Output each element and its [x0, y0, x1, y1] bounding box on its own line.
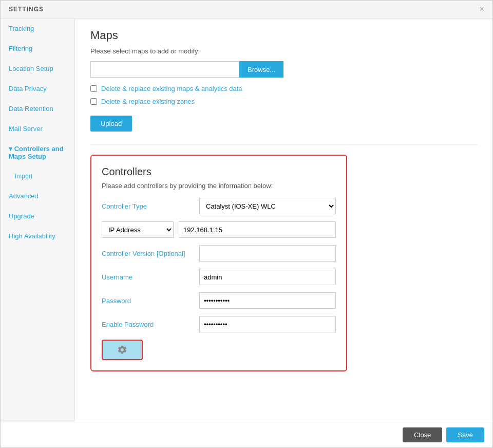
controller-type-row: Controller Type Catalyst (IOS-XE) WLC Ci…	[102, 198, 336, 214]
enable-password-label: Enable Password	[102, 321, 199, 328]
sidebar: Tracking Filtering Location Setup Data P…	[1, 18, 75, 422]
delete-maps-label[interactable]: Delete & replace existing maps & analyti…	[101, 85, 242, 92]
ip-type-select[interactable]: IP Address Hostname	[102, 221, 174, 238]
modal-body: Tracking Filtering Location Setup Data P…	[1, 18, 492, 422]
password-row: Password	[102, 292, 336, 309]
delete-maps-checkbox[interactable]	[90, 85, 97, 92]
sidebar-item-upgrade[interactable]: Upgrade	[1, 206, 74, 226]
main-content: Maps Please select maps to add or modify…	[75, 18, 492, 422]
controller-version-row: Controller Version [Optional]	[102, 245, 336, 262]
upload-button[interactable]: Upload	[90, 116, 132, 132]
settings-modal: SETTINGS × Tracking Filtering Location S…	[0, 0, 493, 448]
sidebar-item-data-retention[interactable]: Data Retention	[1, 99, 74, 119]
modal-title: SETTINGS	[9, 6, 44, 13]
action-btn-row	[102, 340, 336, 360]
controllers-title: Controllers	[102, 166, 336, 178]
modal-close-button[interactable]: ×	[480, 5, 484, 14]
enable-password-row: Enable Password	[102, 316, 336, 332]
maps-description: Please select maps to add or modify:	[90, 47, 477, 55]
sidebar-item-high-availability[interactable]: High Availability	[1, 226, 74, 246]
sidebar-item-filtering[interactable]: Filtering	[1, 39, 74, 59]
sidebar-item-tracking[interactable]: Tracking	[1, 18, 74, 39]
sidebar-item-data-privacy[interactable]: Data Privacy	[1, 79, 74, 99]
username-input[interactable]	[199, 269, 336, 285]
delete-zones-checkbox[interactable]	[90, 98, 97, 105]
sidebar-item-controllers-maps[interactable]: ▾ Controllers and Maps Setup	[1, 139, 74, 166]
controller-type-select[interactable]: Catalyst (IOS-XE) WLC Cisco WLC Meraki	[199, 198, 336, 214]
checkbox-row-delete-maps: Delete & replace existing maps & analyti…	[90, 85, 477, 92]
checkbox-row-delete-zones: Delete & replace existing zones	[90, 98, 477, 105]
controllers-box: Controllers Please add controllers by pr…	[90, 155, 347, 371]
ip-address-input[interactable]	[179, 221, 336, 238]
delete-zones-label[interactable]: Delete & replace existing zones	[101, 98, 195, 105]
gear-settings-button[interactable]	[102, 340, 143, 360]
controller-type-label: Controller Type	[102, 202, 199, 210]
controller-version-label: Controller Version [Optional]	[102, 250, 199, 257]
modal-header: SETTINGS ×	[1, 1, 492, 18]
sidebar-item-location-setup[interactable]: Location Setup	[1, 59, 74, 79]
close-button[interactable]: Close	[403, 427, 442, 442]
sidebar-item-advanced[interactable]: Advanced	[1, 186, 74, 206]
modal-footer: Close Save	[1, 422, 492, 447]
save-button[interactable]: Save	[446, 427, 484, 442]
file-text-input[interactable]	[90, 61, 239, 78]
controllers-description: Please add controllers by providing the …	[102, 182, 336, 190]
file-input-row: Browse...	[90, 61, 477, 78]
chevron-down-icon: ▾	[9, 145, 14, 153]
password-label: Password	[102, 297, 199, 305]
username-row: Username	[102, 269, 336, 285]
enable-password-input[interactable]	[199, 316, 336, 332]
gear-icon	[117, 345, 127, 355]
ip-address-row: IP Address Hostname	[102, 221, 336, 238]
username-label: Username	[102, 273, 199, 281]
password-input[interactable]	[199, 292, 336, 309]
browse-button[interactable]: Browse...	[239, 61, 283, 78]
maps-title: Maps	[90, 29, 477, 42]
section-divider	[90, 144, 477, 144]
controller-version-input[interactable]	[199, 245, 336, 262]
sidebar-item-mail-server[interactable]: Mail Server	[1, 119, 74, 139]
sidebar-item-import[interactable]: Import	[1, 166, 74, 186]
